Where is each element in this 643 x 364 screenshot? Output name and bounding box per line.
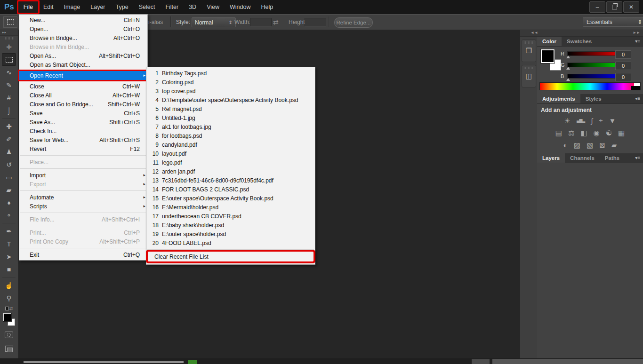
gradient-tool[interactable]: ▰ [2, 183, 16, 196]
tab-layers[interactable]: Layers [537, 153, 565, 163]
recent-file-4[interactable]: 4D:\Template\outer space\Outerspace Acti… [146, 95, 315, 104]
tab-color[interactable]: Color [537, 37, 562, 46]
recent-file-11[interactable]: 11lego.pdf [146, 158, 315, 167]
swap-colors-icon[interactable]: ⇄ [9, 306, 13, 311]
blue-slider-handle[interactable] [566, 78, 570, 81]
color-lookup-icon[interactable]: ▦ [618, 129, 625, 136]
menu-file[interactable]: File [18, 1, 38, 13]
menu-type[interactable]: Type [111, 1, 134, 13]
default-colors-control[interactable]: ⇄ [5, 306, 13, 311]
toolbar-expand-icon[interactable]: ▸▸ [0, 29, 18, 36]
menu-item-automate[interactable]: Automate▸ [19, 193, 147, 202]
move-tool[interactable]: ✛ [2, 40, 16, 53]
recent-file-10[interactable]: 10layout.pdf [146, 149, 315, 158]
menu-item-open-recent[interactable]: Open Recent▸ [19, 71, 147, 80]
restore-button[interactable] [606, 1, 622, 13]
zoom-tool[interactable]: ⚲ [2, 292, 16, 304]
foreground-color-swatch[interactable] [541, 49, 555, 63]
menu-item-open-as-smart-object[interactable]: Open as Smart Object... [19, 60, 147, 69]
menu-item-close-and-go-to-bridge[interactable]: Close and Go to Bridge...Shift+Ctrl+W [19, 100, 147, 109]
menu-item-check-in[interactable]: Check In... [19, 127, 147, 135]
healing-brush-tool[interactable]: ✚ [2, 120, 16, 133]
quick-selection-tool[interactable]: ✎ [2, 79, 16, 91]
menu-item-close[interactable]: CloseCtrl+W [19, 82, 147, 91]
recent-file-17[interactable]: 17undertheocean CB COVER.psd [146, 212, 315, 221]
menu-item-revert[interactable]: RevertF12 [19, 144, 147, 153]
pen-tool[interactable]: ✒ [2, 225, 16, 237]
panel-menu-icon[interactable]: ▾≡ [635, 94, 643, 103]
red-channel-slider[interactable] [567, 51, 618, 56]
threshold-icon[interactable]: ▧ [587, 142, 593, 149]
lasso-tool[interactable]: ∿ [2, 66, 16, 79]
photo-filter-icon[interactable]: ◉ [594, 129, 600, 136]
collapsed-panel-button-history[interactable]: ❒ [522, 40, 536, 62]
color-spectrum-ramp[interactable] [539, 82, 641, 90]
path-selection-tool[interactable]: ➤ [2, 250, 16, 263]
recent-file-8[interactable]: 8for lootbags.psd [146, 131, 315, 140]
menu-item-close-all[interactable]: Close AllAlt+Ctrl+W [19, 91, 147, 100]
red-value-input[interactable]: 0 [615, 50, 631, 59]
recent-file-1[interactable]: 1Birthday Tags.psd [146, 69, 315, 78]
minimize-button[interactable]: – [589, 1, 605, 13]
menu-item-open-as[interactable]: Open As...Alt+Shift+Ctrl+O [19, 51, 147, 60]
clear-recent-file-list[interactable]: Clear Recent File List [148, 252, 313, 261]
menu-help[interactable]: Help [256, 1, 279, 13]
tab-swatches[interactable]: Swatches [562, 37, 597, 46]
dodge-tool[interactable]: ⚬ [2, 209, 16, 222]
curves-icon[interactable]: ∫ [591, 117, 593, 124]
white-ramp-end[interactable] [634, 83, 640, 86]
blue-value-input[interactable]: 0 [615, 73, 631, 81]
tab-adjustments[interactable]: Adjustments [537, 94, 580, 103]
exposure-icon[interactable]: ± [599, 117, 603, 124]
menu-filter[interactable]: Filter [160, 1, 184, 13]
close-button[interactable]: ✕ [623, 1, 639, 13]
panel-menu-icon[interactable]: ▾≡ [635, 37, 643, 46]
hue-saturation-icon[interactable]: ▤ [555, 129, 562, 136]
menu-item-import[interactable]: Import▸ [19, 171, 147, 180]
hand-tool[interactable]: ☝ [2, 279, 16, 292]
workspace-dropdown[interactable]: Essentials ⇕ [583, 17, 643, 27]
tool-preset-box[interactable] [3, 16, 17, 28]
recent-file-14[interactable]: 14FOR LOOT BAGS 2 CLASSIC.psd [146, 185, 315, 194]
brush-tool[interactable]: ✐ [2, 133, 16, 145]
recent-file-19[interactable]: 19E:\outer space\holder.psd [146, 229, 315, 238]
invert-icon[interactable]: ◐ [563, 142, 568, 149]
posterize-icon[interactable]: ▨ [574, 142, 580, 149]
recent-file-13[interactable]: 137c316dbd-fe51-46c6-8d00-d9cf0195df4c.p… [146, 176, 315, 185]
recent-file-2[interactable]: 2Coloring.psd [146, 78, 315, 87]
rectangular-marquee-tool[interactable] [2, 53, 16, 66]
recent-file-12[interactable]: 12arden jan.pdf [146, 167, 315, 176]
recent-file-20[interactable]: 204FOOD LABEL.psd [146, 238, 315, 247]
recent-file-16[interactable]: 16E:\Mermaid\holder.psd [146, 203, 315, 212]
levels-icon[interactable]: ▄▆▂ [577, 119, 585, 123]
menu-3d[interactable]: 3D [184, 1, 201, 13]
brightness-contrast-icon[interactable]: ☀ [564, 117, 571, 124]
tab-channels[interactable]: Channels [565, 153, 600, 163]
width-input[interactable] [250, 18, 272, 26]
collapsed-panel-button-properties[interactable]: ◫ [522, 65, 536, 87]
crop-tool[interactable]: # [2, 91, 16, 104]
red-slider-handle[interactable] [566, 55, 570, 58]
black-white-icon[interactable]: ◧ [580, 129, 587, 136]
menu-item-new[interactable]: New...Ctrl+N [19, 16, 147, 24]
menu-item-scripts[interactable]: Scripts▸ [19, 202, 147, 211]
menu-edit[interactable]: Edit [38, 1, 59, 13]
menu-item-save[interactable]: SaveCtrl+S [19, 109, 147, 118]
panel-menu-icon[interactable]: ▾≡ [635, 153, 643, 163]
channel-mixer-icon[interactable]: ☯ [606, 129, 612, 136]
eyedropper-tool[interactable]: ⌡ [2, 104, 16, 117]
collapse-panels-icon[interactable]: ◄◄ [530, 31, 538, 35]
menu-item-open[interactable]: Open...Ctrl+O [19, 24, 147, 33]
tab-paths[interactable]: Paths [600, 153, 625, 163]
blur-tool[interactable]: ♦ [2, 196, 16, 209]
recent-file-18[interactable]: 18E:\baby shark\holder.psd [146, 221, 315, 229]
selective-color-icon[interactable]: ⊠ [599, 142, 605, 149]
quick-mask-button[interactable] [2, 328, 16, 341]
recent-file-3[interactable]: 3top cover.psd [146, 87, 315, 95]
menu-item-browse-in-bridge[interactable]: Browse in Bridge...Alt+Ctrl+O [19, 33, 147, 42]
color-balance-icon[interactable]: ⚖ [568, 129, 574, 136]
rectangle-tool[interactable]: ■ [2, 263, 16, 276]
height-input[interactable] [305, 18, 326, 26]
style-dropdown[interactable]: Normal ⇕ [192, 17, 236, 27]
recent-file-7[interactable]: 7ak1 for lootbags.jpg [146, 122, 315, 131]
